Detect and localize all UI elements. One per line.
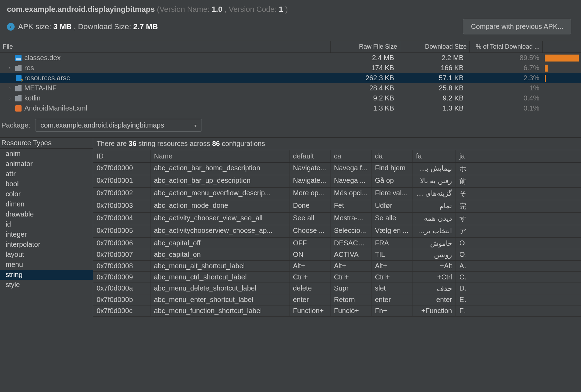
resource-type-item[interactable]: interpolator — [0, 239, 93, 250]
th-id[interactable]: ID — [93, 150, 150, 162]
file-row[interactable]: ›META-INF28.4 KB25.8 KB1% — [0, 83, 581, 93]
raw-file-size: 28.4 KB — [331, 84, 400, 92]
th-fa[interactable]: fa — [412, 150, 456, 162]
compare-apk-button[interactable]: Compare with previous APK... — [463, 19, 571, 34]
th-download-size[interactable]: Download Size — [400, 41, 470, 52]
disclosure-icon[interactable]: › — [7, 85, 13, 91]
th-ja[interactable]: ja — [456, 150, 466, 162]
cell-default: Alt+ — [289, 261, 330, 271]
resource-types-header: Resource Types — [0, 138, 93, 149]
resource-type-item[interactable]: style — [0, 280, 93, 290]
cell-fa: Alt+ — [412, 261, 456, 271]
string-row[interactable]: 0x7f0d0005abc_activitychooserview_choose… — [93, 225, 581, 238]
file-row[interactable]: ›res174 KB166 KB6.7% — [0, 63, 581, 73]
cell-da: Alt+ — [371, 261, 412, 271]
resource-type-item[interactable]: dimen — [0, 199, 93, 209]
package-name: com.example.android.displayingbitmaps — [7, 5, 155, 14]
file-table-header: File Raw File Size Download Size % of To… — [0, 41, 581, 53]
cell-name: abc_menu_delete_shortcut_label — [150, 283, 289, 294]
cell-default: Done — [289, 200, 330, 212]
disclosure-icon[interactable]: › — [7, 65, 13, 71]
file-row[interactable]: ›kotlin9.2 KB9.2 KB0.4% — [0, 93, 581, 103]
string-row[interactable]: 0x7f0d0002abc_action_menu_overflow_descr… — [93, 188, 581, 200]
file-name: kotlin — [24, 94, 41, 102]
download-percent: 0.4% — [470, 94, 543, 102]
string-row[interactable]: 0x7f0d0006abc_capital_offOFFDESACTI...FR… — [93, 238, 581, 249]
string-row[interactable]: 0x7f0d0000abc_action_bar_home_descriptio… — [93, 163, 581, 175]
cell-ja: OI — [456, 249, 466, 260]
cell-fa: خاموش — [412, 238, 456, 249]
resource-type-item[interactable]: integer — [0, 229, 93, 239]
resource-type-item[interactable]: animator — [0, 159, 93, 169]
resource-type-item[interactable]: color — [0, 189, 93, 199]
resource-type-item[interactable]: string — [0, 270, 93, 280]
th-pct-download[interactable]: % of Total Download ... — [470, 41, 543, 52]
download-percent: 0.1% — [470, 104, 543, 112]
cell-id: 0x7f0d000b — [93, 294, 150, 305]
string-row[interactable]: 0x7f0d0007abc_capital_onONACTIVATILروشنO… — [93, 249, 581, 261]
file-name: META-INF — [24, 84, 57, 92]
raw-file-size: 2.4 MB — [331, 54, 400, 62]
string-row[interactable]: 0x7f0d000babc_menu_enter_shortcut_labele… — [93, 294, 581, 305]
cell-fa: گزینه‌های بی... — [412, 188, 456, 200]
string-row[interactable]: 0x7f0d0009abc_menu_ctrl_shortcut_labelCt… — [93, 272, 581, 283]
resource-type-item[interactable]: id — [0, 219, 93, 229]
cell-name: abc_action_mode_done — [150, 200, 289, 212]
file-row[interactable]: classes.dex2.4 MB2.2 MB89.5% — [0, 53, 581, 63]
file-row[interactable]: AndroidManifest.xml1.3 KB1.3 KB0.1% — [0, 103, 581, 113]
cell-da: slet — [371, 283, 412, 294]
cell-da: enter — [371, 294, 412, 305]
cell-da: TIL — [371, 249, 412, 260]
cell-fa: Function+ — [412, 305, 456, 316]
resource-type-item[interactable]: bool — [0, 179, 93, 189]
string-row[interactable]: 0x7f0d0004abc_activity_chooser_view_see_… — [93, 213, 581, 225]
package-selector-value: com.example.android.displayingbitmaps — [40, 121, 164, 129]
resource-type-item[interactable]: menu — [0, 260, 93, 270]
cell-name: abc_activitychooserview_choose_ap... — [150, 225, 289, 237]
string-row[interactable]: 0x7f0d0008abc_menu_alt_shortcut_labelAlt… — [93, 261, 581, 272]
cell-fa: enter — [412, 294, 456, 305]
cell-fa: Ctrl+ — [412, 272, 456, 283]
cell-id: 0x7f0d0000 — [93, 163, 150, 175]
cell-ja: ア — [456, 225, 466, 237]
th-raw-size[interactable]: Raw File Size — [331, 41, 400, 52]
file-icon — [15, 55, 22, 61]
cell-ja: Ct — [456, 272, 466, 283]
th-ca[interactable]: ca — [330, 150, 371, 162]
download-file-size: 2.2 MB — [400, 54, 470, 62]
disclosure-icon[interactable]: › — [7, 96, 13, 101]
cell-ja: De — [456, 283, 466, 294]
cell-id: 0x7f0d0009 — [93, 272, 150, 283]
cell-ja: Al — [456, 261, 466, 271]
file-icon — [15, 105, 22, 112]
resource-type-item[interactable]: anim — [0, 149, 93, 159]
paren-close: ) — [285, 5, 288, 14]
string-row[interactable]: 0x7f0d0003abc_action_mode_doneDoneFetUdf… — [93, 200, 581, 213]
cell-da: Se alle — [371, 213, 412, 225]
th-file[interactable]: File — [0, 41, 331, 52]
download-bar — [543, 85, 581, 92]
resource-type-item[interactable]: drawable — [0, 209, 93, 219]
cell-ca: ACTIVA — [330, 249, 371, 260]
string-row[interactable]: 0x7f0d0001abc_action_bar_up_descriptionN… — [93, 175, 581, 188]
package-selector[interactable]: com.example.android.displayingbitmaps — [35, 119, 202, 132]
version-code-label: , Version Code: — [224, 5, 277, 14]
download-bar — [543, 55, 581, 62]
cell-name: abc_action_menu_overflow_descrip... — [150, 188, 289, 200]
info-icon: i — [7, 23, 15, 31]
file-icon — [16, 75, 22, 81]
file-row[interactable]: resources.arsc262.3 KB57.1 KB2.3% — [0, 73, 581, 83]
cell-id: 0x7f0d0002 — [93, 188, 150, 200]
th-default[interactable]: default — [289, 150, 330, 162]
cell-fa: انتخاب برنامه — [412, 225, 456, 237]
cell-ca: Retorn — [330, 294, 371, 305]
resource-type-item[interactable]: attr — [0, 169, 93, 179]
string-row[interactable]: 0x7f0d000aabc_menu_delete_shortcut_label… — [93, 283, 581, 294]
cell-ca: Supr — [330, 283, 371, 294]
cell-ca: Més opci... — [330, 188, 371, 200]
string-row[interactable]: 0x7f0d000cabc_menu_function_shortcut_lab… — [93, 305, 581, 317]
download-size-value: 2.7 MB — [133, 22, 158, 31]
resource-type-item[interactable]: layout — [0, 250, 93, 260]
th-name[interactable]: Name — [150, 150, 289, 162]
th-da[interactable]: da — [371, 150, 412, 162]
